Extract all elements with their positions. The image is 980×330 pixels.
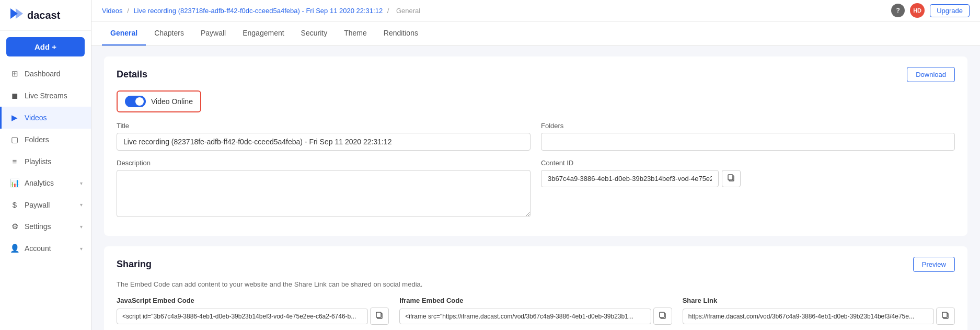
sidebar-item-folders[interactable]: ▢ Folders [0, 129, 91, 151]
embed-row: JavaScript Embed Code Iframe Embed Code [117, 297, 955, 325]
videos-icon: ▶ [10, 113, 19, 122]
dashboard-icon: ⊞ [10, 69, 19, 78]
folders-field-group: Folders [541, 122, 955, 151]
sidebar-item-label: Playlists [25, 157, 51, 166]
chevron-down-icon: ▾ [80, 224, 83, 230]
copy-icon [659, 312, 666, 319]
copy-content-id-button[interactable] [722, 170, 741, 187]
iframe-embed-input-row [399, 308, 672, 325]
share-link-input-row [683, 308, 955, 325]
chevron-down-icon: ▾ [80, 202, 83, 208]
details-title: Details [117, 69, 147, 80]
sharing-title: Sharing [117, 259, 152, 270]
sidebar-item-dashboard[interactable]: ⊞ Dashboard [0, 63, 91, 85]
iframe-embed-input[interactable] [399, 309, 651, 324]
tab-general[interactable]: General [102, 21, 146, 45]
sharing-header: Sharing Preview [117, 257, 955, 272]
copy-icon [942, 312, 949, 319]
breadcrumb-recording[interactable]: Live recording (823718fe-adfb-ff42-f0dc-… [133, 7, 383, 15]
breadcrumb-videos[interactable]: Videos [102, 7, 123, 15]
content-id-field-group: Content ID [541, 159, 955, 217]
logo-icon [8, 6, 23, 24]
copy-icon [376, 312, 383, 319]
js-embed-input-row [117, 308, 389, 325]
video-online-toggle-box: Video Online [117, 90, 201, 112]
add-button[interactable]: Add + [6, 37, 85, 56]
tab-renditions[interactable]: Renditions [375, 21, 426, 45]
content-area: Details Download Video Online Title Fold… [91, 46, 980, 330]
folders-label: Folders [541, 122, 955, 130]
sidebar-item-live-streams[interactable]: ◼ Live Streams [0, 85, 91, 107]
share-link-input[interactable] [683, 309, 934, 324]
main-area: Videos / Live recording (823718fe-adfb-f… [91, 0, 980, 330]
details-header: Details Download [117, 67, 955, 82]
svg-rect-3 [728, 175, 733, 180]
logo-text: dacast [27, 9, 60, 21]
iframe-embed-label: Iframe Embed Code [399, 297, 672, 304]
sidebar-item-label: Settings [25, 222, 51, 231]
sharing-description: The Embed Code can add content to your w… [117, 280, 955, 288]
sidebar-item-playlists[interactable]: ≡ Playlists [0, 151, 91, 172]
share-link-label: Share Link [683, 297, 955, 304]
description-field-group: Description [117, 159, 531, 217]
logo-area: dacast [0, 0, 91, 31]
sidebar-item-label: Live Streams [25, 92, 67, 100]
share-link-group: Share Link [683, 297, 955, 325]
upgrade-button[interactable]: Upgrade [930, 4, 970, 17]
description-textarea[interactable] [117, 170, 531, 217]
tab-theme[interactable]: Theme [336, 21, 375, 45]
chevron-down-icon: ▾ [80, 246, 83, 252]
chevron-down-icon: ▾ [80, 180, 83, 186]
toggle-slider [125, 96, 146, 107]
folders-icon: ▢ [10, 135, 19, 144]
content-id-label: Content ID [541, 159, 955, 167]
svg-rect-5 [376, 312, 381, 317]
avatar-button[interactable]: HD [910, 3, 925, 18]
topbar-right: ? HD Upgrade [891, 3, 970, 18]
js-embed-input[interactable] [117, 309, 368, 324]
sidebar-item-settings[interactable]: ⚙ Settings ▾ [0, 215, 91, 237]
live-streams-icon: ◼ [10, 91, 19, 100]
iframe-embed-group: Iframe Embed Code [399, 297, 672, 325]
tab-paywall[interactable]: Paywall [192, 21, 234, 45]
title-field-group: Title [117, 122, 531, 151]
settings-icon: ⚙ [10, 222, 19, 231]
svg-rect-9 [942, 312, 947, 317]
breadcrumb-separator: / [127, 7, 131, 15]
folders-input[interactable] [541, 133, 955, 151]
sharing-section: Sharing Preview The Embed Code can add c… [104, 246, 967, 330]
download-button[interactable]: Download [907, 67, 955, 82]
sidebar-item-label: Account [25, 244, 51, 253]
playlists-icon: ≡ [10, 157, 19, 166]
breadcrumb-separator2: / [387, 7, 391, 15]
content-id-input[interactable] [541, 170, 719, 187]
copy-js-button[interactable] [370, 308, 389, 325]
preview-button[interactable]: Preview [913, 257, 955, 272]
js-embed-label: JavaScript Embed Code [117, 297, 389, 304]
copy-share-button[interactable] [936, 308, 955, 325]
analytics-icon: 📊 [10, 178, 19, 188]
title-input[interactable] [117, 133, 531, 151]
sidebar: dacast Add + ⊞ Dashboard ◼ Live Streams … [0, 0, 91, 330]
details-section: Details Download Video Online Title Fold… [104, 56, 967, 236]
sidebar-item-account[interactable]: 👤 Account ▾ [0, 237, 91, 259]
sidebar-item-label: Videos [25, 113, 47, 122]
content-id-row [541, 170, 955, 187]
js-embed-group: JavaScript Embed Code [117, 297, 389, 325]
tab-engagement[interactable]: Engagement [234, 21, 292, 45]
sidebar-item-label: Dashboard [25, 70, 61, 78]
sidebar-item-paywall[interactable]: $ Paywall ▾ [0, 194, 91, 215]
tab-security[interactable]: Security [293, 21, 336, 45]
help-button[interactable]: ? [891, 4, 905, 17]
sidebar-item-label: Analytics [25, 179, 54, 187]
title-label: Title [117, 122, 531, 130]
toggle-switch[interactable] [125, 96, 146, 107]
tabs-bar: General Chapters Paywall Engagement Secu… [91, 21, 980, 46]
sidebar-item-videos[interactable]: ▶ Videos [0, 107, 91, 129]
copy-iframe-button[interactable] [653, 308, 672, 325]
breadcrumb-current: General [396, 7, 420, 15]
paywall-icon: $ [10, 200, 19, 209]
sidebar-item-analytics[interactable]: 📊 Analytics ▾ [0, 172, 91, 194]
account-icon: 👤 [10, 244, 19, 253]
tab-chapters[interactable]: Chapters [146, 21, 192, 45]
